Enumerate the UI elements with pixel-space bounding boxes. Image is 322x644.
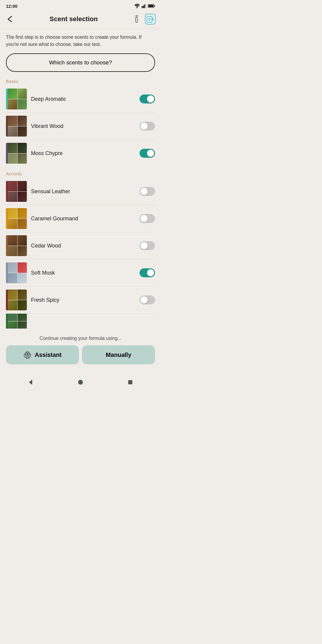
nav-home-icon: [77, 379, 84, 386]
speaker-tablet-icon[interactable]: [145, 14, 156, 24]
assistant-label: Assistant: [35, 352, 61, 358]
svg-point-14: [27, 353, 28, 355]
continue-text: Continue creating your formula using...: [6, 336, 155, 341]
main-content: The first step is to choose some scents …: [0, 28, 161, 329]
scent-item-cedar-wood: Cedar Wood: [6, 232, 155, 259]
scent-item-fresh-spicy: Fresh Spicy: [6, 287, 155, 314]
toggle-sensual-leather[interactable]: [140, 187, 155, 196]
back-button[interactable]: [5, 14, 16, 24]
nav-bar: [0, 371, 161, 394]
scent-image-vibrant-wood: [6, 116, 27, 137]
toggle-caramel-gourmand[interactable]: [140, 214, 155, 223]
accords-section: Accords Sensual Leather: [6, 171, 155, 329]
scent-item-caramel-gourmand: Caramel Gourmand: [6, 205, 155, 232]
header-device-icons: [131, 14, 156, 24]
scent-name-cedar-wood: Cedar Wood: [31, 243, 135, 249]
toggle-soft-musk[interactable]: [140, 268, 155, 277]
status-time: 12:00: [6, 4, 17, 9]
nav-back-button[interactable]: [24, 376, 37, 389]
scent-name-vibrant-wood: Vibrant Wood: [31, 123, 135, 129]
nav-home-button[interactable]: [74, 376, 87, 389]
svg-rect-1: [142, 6, 143, 8]
scent-item-soft-musk: Soft Musk: [6, 259, 155, 287]
page-title: Scent selection: [16, 15, 131, 23]
svg-rect-6: [154, 5, 155, 7]
battery-icon: [148, 4, 155, 8]
scent-image-sensual-leather: [6, 181, 27, 202]
scent-image-soft-musk: [6, 262, 27, 283]
scent-item-deep-aromatic: Deep Aromatic: [6, 86, 155, 113]
scent-name-soft-musk: Soft Musk: [31, 270, 135, 276]
scent-image-deep-aromatic: [6, 89, 27, 109]
toggle-cedar-wood[interactable]: [140, 241, 155, 250]
scent-image-fresh-spicy: [6, 290, 27, 310]
diffuser-icon[interactable]: [131, 14, 142, 24]
scent-name-fresh-spicy: Fresh Spicy: [31, 297, 135, 303]
svg-point-12: [149, 19, 150, 20]
bases-section: Bases Deep Aromatic: [6, 79, 155, 167]
svg-rect-7: [148, 5, 153, 7]
scent-image-moss-chypre: [6, 143, 27, 164]
toggle-moss-chypre[interactable]: [140, 149, 155, 158]
assistant-icon: [23, 351, 32, 359]
status-icons: [134, 4, 155, 8]
scent-image-cedar-wood: [6, 235, 27, 256]
subtitle-text: The first step is to choose some scents …: [6, 34, 155, 48]
nav-back-icon: [27, 379, 34, 386]
bases-list: Deep Aromatic Vibrant Wood: [6, 86, 155, 167]
toggle-fresh-spicy[interactable]: [140, 295, 155, 304]
scent-image-partial: [6, 314, 27, 329]
scent-item-sensual-leather: Sensual Leather: [6, 178, 155, 205]
action-buttons: Assistant Manually: [0, 345, 161, 369]
toggle-vibrant-wood[interactable]: [140, 122, 155, 131]
status-bar: 12:00: [0, 0, 161, 11]
svg-rect-4: [145, 4, 146, 8]
scent-name-deep-aromatic: Deep Aromatic: [31, 96, 135, 102]
svg-rect-3: [144, 4, 145, 8]
scent-test-button[interactable]: Which scents to choose?: [6, 53, 155, 72]
scent-item-vibrant-wood: Vibrant Wood: [6, 113, 155, 140]
signal-icon: [142, 4, 146, 8]
header: Scent selection: [0, 11, 161, 28]
accords-label: Accords: [6, 171, 155, 176]
scent-name-moss-chypre: Moss Chypre: [31, 150, 135, 157]
svg-rect-20: [128, 380, 132, 384]
svg-rect-2: [143, 5, 144, 8]
continue-section: Continue creating your formula using...: [0, 332, 161, 341]
manually-label: Manually: [106, 352, 131, 358]
scent-item-partial: [6, 314, 155, 329]
svg-rect-8: [136, 17, 137, 22]
scent-image-caramel-gourmand: [6, 208, 27, 229]
scent-item-moss-chypre: Moss Chypre: [6, 140, 155, 167]
wifi-icon: [134, 4, 140, 8]
assistant-button[interactable]: Assistant: [6, 345, 79, 364]
svg-point-0: [137, 7, 138, 8]
manually-button[interactable]: Manually: [82, 345, 155, 364]
svg-point-19: [78, 380, 83, 385]
nav-recent-icon: [128, 380, 133, 385]
bases-label: Bases: [6, 79, 155, 84]
toggle-deep-aromatic[interactable]: [140, 95, 155, 103]
scent-name-caramel-gourmand: Caramel Gourmand: [31, 216, 135, 222]
svg-marker-18: [29, 380, 32, 385]
nav-recent-button[interactable]: [124, 376, 137, 389]
accords-list: Sensual Leather Caramel Gourmand: [6, 178, 155, 329]
scent-name-sensual-leather: Sensual Leather: [31, 188, 135, 195]
